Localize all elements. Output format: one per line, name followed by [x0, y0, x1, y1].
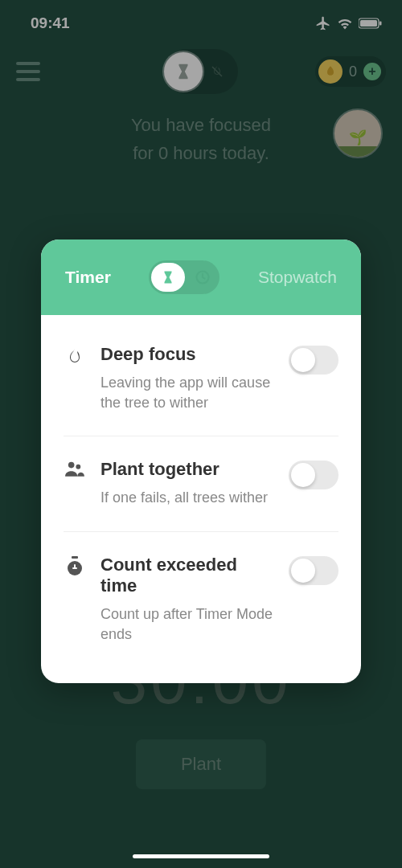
modal-header: Timer Stopwatch — [41, 240, 361, 315]
option-plant-together: Plant together If one fails, all trees w… — [64, 436, 338, 531]
flame-icon — [64, 346, 86, 368]
option-title: Deep focus — [100, 344, 274, 365]
option-desc: If one fails, all trees wither — [100, 488, 274, 508]
home-indicator[interactable] — [133, 854, 269, 858]
option-count-exceeded: Count exceeded time Count up after Timer… — [64, 532, 338, 667]
svg-point-5 — [68, 462, 75, 469]
clock-icon[interactable] — [188, 263, 217, 292]
tab-stopwatch[interactable]: Stopwatch — [258, 268, 337, 287]
modal-mode-toggle[interactable] — [149, 260, 219, 294]
option-desc: Count up after Timer Mode ends — [100, 604, 274, 645]
plant-together-toggle[interactable] — [289, 461, 338, 489]
option-title: Count exceeded time — [100, 555, 274, 596]
svg-rect-7 — [72, 556, 78, 559]
people-icon — [64, 461, 86, 478]
modal-body: Deep focus Leaving the app will cause th… — [41, 315, 361, 683]
tab-timer[interactable]: Timer — [65, 268, 111, 287]
settings-modal: Timer Stopwatch Deep focus Leaving the a… — [41, 240, 361, 683]
timer-plus-icon — [64, 556, 86, 577]
option-title: Plant together — [100, 459, 274, 480]
svg-point-6 — [76, 465, 80, 469]
option-deep-focus: Deep focus Leaving the app will cause th… — [64, 321, 338, 436]
deep-focus-toggle[interactable] — [289, 346, 338, 375]
hourglass-icon[interactable] — [151, 263, 185, 292]
count-exceeded-toggle[interactable] — [289, 556, 338, 585]
option-desc: Leaving the app will cause the tree to w… — [100, 373, 274, 413]
